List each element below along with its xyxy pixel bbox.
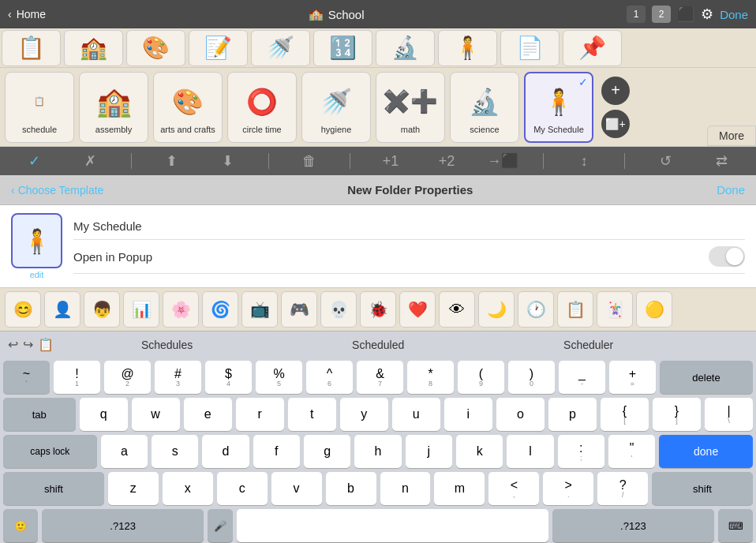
key-shift-left[interactable]: shift (3, 472, 104, 505)
key-w[interactable]: w (132, 398, 180, 431)
key-rparen-0[interactable]: )0 (508, 361, 555, 394)
key-mic[interactable]: 🎤 (208, 509, 233, 542)
key-space[interactable] (237, 509, 548, 542)
key-dollar-4[interactable]: $4 (205, 361, 252, 394)
settings-icon-btn[interactable]: ⚙ (701, 6, 713, 23)
add-tile-btn[interactable]: + (601, 77, 630, 105)
img-thumb-8[interactable]: 🎮 (281, 291, 317, 328)
img-thumb-10[interactable]: 🐞 (360, 291, 396, 328)
key-num-left[interactable]: .?123 (42, 509, 204, 542)
key-done[interactable]: done (659, 435, 753, 468)
toolbar-sort-btn[interactable]: ↕ (568, 149, 600, 173)
key-lparen-9[interactable]: (9 (458, 361, 504, 394)
save-icon-btn[interactable]: ⬛ (677, 6, 694, 23)
tile-hygiene[interactable]: 🚿 hygiene (301, 72, 371, 143)
toolbar-check-btn[interactable]: ✓ (19, 149, 51, 173)
more-btn[interactable]: More (707, 125, 756, 146)
add-folder-btn[interactable]: ⬜+ (601, 110, 630, 138)
key-hash-3[interactable]: #3 (155, 361, 201, 394)
cat-tile-7[interactable]: 🔬 (376, 30, 435, 66)
img-thumb-4[interactable]: 📊 (123, 291, 159, 328)
key-x[interactable]: x (163, 472, 213, 505)
key-l[interactable]: l (507, 435, 553, 468)
key-num-right[interactable]: .?123 (552, 509, 714, 542)
tile-schedule[interactable]: 📋 schedule (5, 72, 74, 143)
toolbar-plus2-btn[interactable]: +2 (431, 149, 462, 173)
cat-tile-8[interactable]: 🧍 (438, 30, 497, 66)
suggestion-2[interactable]: Scheduled (346, 335, 410, 354)
key-at-2[interactable]: @2 (104, 361, 151, 394)
folder-name-input[interactable] (73, 219, 745, 233)
tile-science[interactable]: 🔬 science (450, 72, 519, 143)
key-gt-period[interactable]: >. (543, 472, 593, 505)
key-z[interactable]: z (108, 472, 159, 505)
img-thumb-5[interactable]: 🌸 (163, 291, 199, 328)
key-tab[interactable]: tab (3, 398, 76, 431)
key-c[interactable]: c (217, 472, 268, 505)
toolbar-refresh-btn[interactable]: ↺ (649, 149, 681, 173)
key-pipe-backslash[interactable]: |\ (705, 398, 753, 431)
tile-assembly[interactable]: 🏫 assembly (79, 72, 148, 143)
key-f[interactable]: f (253, 435, 300, 468)
key-m[interactable]: m (434, 472, 485, 505)
toolbar-up-btn[interactable]: ⬆ (156, 149, 188, 173)
key-r[interactable]: r (236, 398, 284, 431)
key-colon-semi[interactable]: :; (558, 435, 604, 468)
key-hide-keyboard[interactable]: ⌨ (718, 509, 753, 542)
key-shift-right[interactable]: shift (652, 472, 753, 505)
key-n[interactable]: n (380, 472, 431, 505)
key-u[interactable]: u (392, 398, 440, 431)
folder-thumbnail[interactable]: 🧍 (11, 213, 62, 268)
img-thumb-11[interactable]: ❤️ (399, 291, 436, 328)
suggestion-3[interactable]: Scheduler (557, 335, 619, 354)
folder-done-btn[interactable]: Done (717, 183, 745, 197)
key-q[interactable]: q (80, 398, 128, 431)
toolbar-x-btn[interactable]: ✗ (75, 149, 107, 173)
home-nav[interactable]: ‹ Home (8, 8, 46, 21)
key-amp-7[interactable]: &7 (357, 361, 403, 394)
key-a[interactable]: a (101, 435, 148, 468)
key-t[interactable]: t (288, 398, 336, 431)
key-under-minus[interactable]: _- (559, 361, 605, 394)
page-2-btn[interactable]: 2 (652, 6, 671, 23)
key-g[interactable]: g (304, 435, 350, 468)
toolbar-plus1-btn[interactable]: +1 (375, 149, 406, 173)
key-i[interactable]: i (444, 398, 492, 431)
tile-circle[interactable]: ⭕ circle time (227, 72, 297, 143)
cat-tile-1[interactable]: 📋 (2, 30, 61, 66)
key-s[interactable]: s (152, 435, 198, 468)
key-caret-6[interactable]: ^6 (306, 361, 353, 394)
img-thumb-2[interactable]: 👤 (44, 291, 80, 328)
img-thumb-3[interactable]: 👦 (84, 291, 120, 328)
cat-tile-10[interactable]: 📌 (563, 30, 622, 66)
redo-btn[interactable]: ↪ (23, 337, 33, 352)
toolbar-delete-btn[interactable]: 🗑 (294, 149, 325, 173)
tile-my-schedule[interactable]: 🧍 My Schedule ✓ (524, 72, 593, 143)
suggestion-1[interactable]: Schedules (135, 335, 199, 354)
top-done-btn[interactable]: Done (720, 8, 748, 21)
img-thumb-14[interactable]: 🕐 (518, 291, 554, 328)
popup-toggle[interactable] (709, 246, 745, 267)
key-emoji[interactable]: 🙂 (3, 509, 38, 542)
key-d[interactable]: d (202, 435, 249, 468)
img-thumb-7[interactable]: 📺 (241, 291, 278, 328)
img-thumb-17[interactable]: 🟡 (636, 291, 672, 328)
key-lt-comma[interactable]: <, (488, 472, 539, 505)
img-thumb-13[interactable]: 🌙 (478, 291, 515, 328)
key-rbrace-bracket[interactable]: }] (653, 398, 701, 431)
cat-tile-4[interactable]: 📝 (189, 30, 248, 66)
img-thumb-15[interactable]: 📋 (557, 291, 593, 328)
key-star-8[interactable]: *8 (407, 361, 454, 394)
img-thumb-1[interactable]: 😊 (5, 291, 41, 328)
key-v[interactable]: v (271, 472, 322, 505)
key-p[interactable]: p (548, 398, 597, 431)
toolbar-down-btn[interactable]: ⬇ (212, 149, 244, 173)
key-caps-lock[interactable]: caps lock (3, 435, 97, 468)
key-k[interactable]: k (456, 435, 503, 468)
cat-tile-9[interactable]: 📄 (500, 30, 560, 66)
key-plus-equal[interactable]: += (609, 361, 656, 394)
clipboard-btn[interactable]: 📋 (38, 337, 54, 352)
key-question-slash[interactable]: ?/ (597, 472, 648, 505)
key-exclaim-1[interactable]: !1 (54, 361, 100, 394)
key-h[interactable]: h (354, 435, 401, 468)
